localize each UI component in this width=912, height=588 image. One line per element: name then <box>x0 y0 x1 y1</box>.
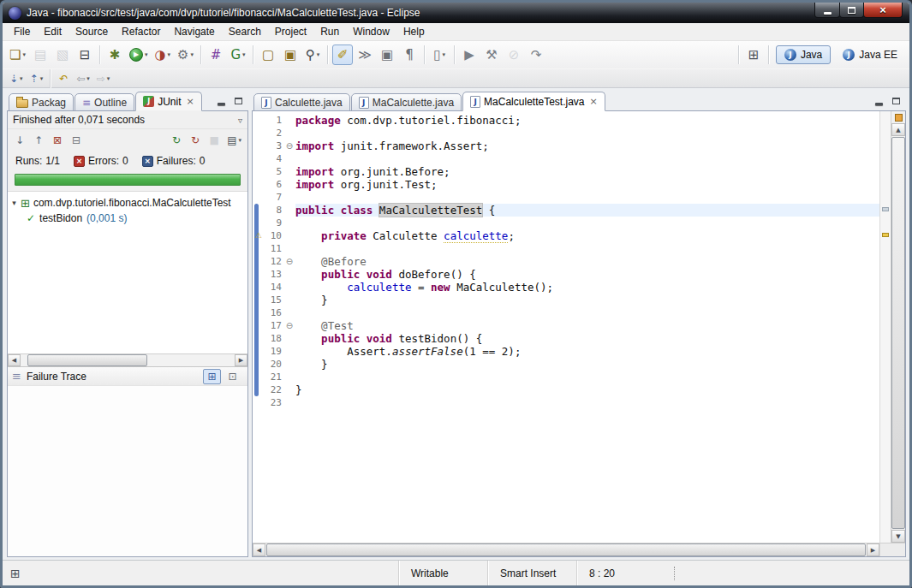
external-tools-icon[interactable]: ⚙▾ <box>175 45 196 65</box>
scroll-thumb[interactable] <box>891 137 905 529</box>
code-line[interactable]: 8public class MaCalculetteTest { <box>253 204 879 217</box>
maximize-window-button[interactable] <box>839 3 864 18</box>
menu-project[interactable]: Project <box>268 24 313 39</box>
code-line[interactable]: 19 Assert.assertFalse(1 == 2); <box>253 345 879 358</box>
code-line[interactable]: 18 public void testBidon() { <box>253 332 879 345</box>
minimize-view-button[interactable] <box>214 94 229 107</box>
scroll-track[interactable] <box>21 354 235 366</box>
code-line[interactable]: 9 <box>253 217 879 229</box>
minimize-window-button[interactable] <box>814 3 840 18</box>
title-bar[interactable]: Java - fibonacci/src/test/java/com/dvp/t… <box>3 3 909 23</box>
code-line[interactable]: 17⊖ @Test <box>253 319 879 332</box>
maximize-view-button[interactable] <box>231 94 246 107</box>
occurrence-overview-marker-icon[interactable] <box>882 207 889 211</box>
next-failed-test-icon[interactable]: ↓ <box>11 132 28 148</box>
perspective-java-button[interactable]: JJava <box>776 45 831 64</box>
maximize-editor-button[interactable] <box>889 94 903 107</box>
editor-tab-calculette-java[interactable]: JCalculette.java <box>253 93 350 111</box>
resume-icon[interactable]: ▶ <box>459 45 480 65</box>
scroll-lock-icon[interactable]: ⊟ <box>68 132 85 148</box>
debug-icon[interactable]: ✱ <box>104 45 125 65</box>
overview-header[interactable] <box>891 111 905 123</box>
code-line[interactable]: 11 <box>253 242 879 255</box>
print-icon[interactable]: ⊟ <box>75 45 95 65</box>
scroll-track[interactable] <box>891 136 905 530</box>
code-line[interactable]: 12⊖ @Before <box>253 255 879 268</box>
code-line[interactable]: 3⊖import junit.framework.Assert; <box>253 140 879 152</box>
show-selected-element-icon[interactable]: ▣ <box>377 45 397 65</box>
view-tab-junit[interactable]: JJUnit× <box>135 92 202 111</box>
previous-annotation-nav-icon[interactable]: ⇡▾ <box>27 70 46 86</box>
save-all-icon[interactable]: ▧ <box>52 45 73 65</box>
new-java-project-icon[interactable]: # <box>206 45 226 65</box>
minimize-editor-button[interactable] <box>872 94 886 107</box>
code-line[interactable]: 7 <box>253 191 879 204</box>
terminate-icon[interactable]: ⊘ <box>504 45 524 65</box>
editor-vertical-scrollbar[interactable]: ▲ ▼ <box>891 111 905 543</box>
view-tab-outline[interactable]: ≡Outline <box>75 93 134 111</box>
code-line[interactable]: 6import org.junit.Test; <box>253 178 879 191</box>
failure-trace-content[interactable] <box>8 385 247 556</box>
code-line[interactable]: 21 <box>253 371 879 383</box>
scroll-track[interactable] <box>265 543 867 556</box>
tree-test-row[interactable]: ✓ testBidon (0,001 s) <box>8 211 247 226</box>
code-line[interactable]: 15 } <box>253 294 879 306</box>
fold-marker-icon[interactable]: ⊖ <box>283 255 295 268</box>
show-failures-only-icon[interactable]: ⊠ <box>49 132 66 148</box>
tree-root-row[interactable]: ▾ ⊞ com.dvp.tutoriel.fibonacci.MaCalcule… <box>8 195 247 211</box>
menu-file[interactable]: File <box>7 24 37 39</box>
scroll-right-icon[interactable]: ▶ <box>235 354 247 366</box>
code-line[interactable]: 22} <box>253 383 879 396</box>
close-tab-icon[interactable]: × <box>186 96 194 107</box>
code-area[interactable]: 1package com.dvp.tutoriel.fibonacci;23⊖i… <box>253 111 879 543</box>
scroll-down-icon[interactable]: ▼ <box>891 530 905 543</box>
view-tab-packag[interactable]: Packag <box>9 93 74 111</box>
overview-ruler[interactable] <box>879 111 891 543</box>
test-history-icon[interactable]: ▤▾ <box>224 132 244 148</box>
close-window-button[interactable]: × <box>863 3 903 18</box>
menu-refactor[interactable]: Refactor <box>115 24 167 39</box>
back-icon[interactable]: ⇦▾ <box>74 70 92 86</box>
run-icon[interactable]: ▶▾ <box>127 45 151 65</box>
code-line[interactable]: 14 calculette = new MaCalculette(); <box>253 281 879 294</box>
code-line[interactable]: 13 public void doBefore() { <box>253 268 879 281</box>
view-menu-icon[interactable]: ▿ <box>238 116 242 125</box>
coverage-icon[interactable]: ◑▾ <box>152 45 173 65</box>
editor-horizontal-scrollbar[interactable]: ◀ ▶ <box>253 543 905 556</box>
code-line[interactable]: 2 <box>253 127 879 140</box>
scroll-right-icon[interactable]: ▶ <box>867 543 879 556</box>
previous-failed-test-icon[interactable]: ↑ <box>30 132 47 148</box>
rerun-test-icon[interactable]: ↻ <box>168 132 185 148</box>
code-line[interactable]: ⚠10 private Calculette calculette; <box>253 229 879 242</box>
menu-window[interactable]: Window <box>346 24 396 39</box>
menu-search[interactable]: Search <box>222 24 268 39</box>
fold-marker-icon[interactable]: ⊖ <box>283 319 295 332</box>
menu-navigate[interactable]: Navigate <box>167 24 221 39</box>
search-icon[interactable]: ⚲▾ <box>302 45 323 65</box>
editor-tab-macalculettetest-java[interactable]: JMaCalculetteTest.java× <box>462 92 605 111</box>
new-class-icon[interactable]: G▾ <box>228 45 248 65</box>
next-annotation-nav-icon[interactable]: ⇣▾ <box>7 70 26 86</box>
compare-result-icon[interactable]: ⊡ <box>224 369 241 384</box>
menu-edit[interactable]: Edit <box>37 24 69 39</box>
menu-run[interactable]: Run <box>313 24 346 39</box>
new-wizard-icon[interactable]: ❏▾ <box>7 45 28 65</box>
rerun-failed-first-icon[interactable]: ↻ <box>187 132 204 148</box>
code-line[interactable]: 1package com.dvp.tutoriel.fibonacci; <box>253 114 879 127</box>
next-annotation-icon[interactable]: ≫ <box>355 45 375 65</box>
code-line[interactable]: 4 <box>253 152 879 165</box>
last-edit-location-icon[interactable]: ↶ <box>55 70 72 86</box>
step-return-icon[interactable]: ↷ <box>526 45 546 65</box>
show-stack-trace-console-icon[interactable]: ⊞ <box>203 369 221 384</box>
tree-expander-icon[interactable]: ▾ <box>8 199 21 207</box>
mark-occurrences-icon[interactable]: ✐ <box>332 45 353 65</box>
open-task-icon[interactable]: ▢ <box>258 45 278 65</box>
scroll-thumb[interactable] <box>27 354 147 366</box>
import-icon[interactable]: ▣ <box>280 45 301 65</box>
show-whitespace-icon[interactable]: ¶ <box>399 45 420 65</box>
stop-junit-icon[interactable]: ■ <box>206 132 223 148</box>
fold-marker-icon[interactable]: ⊖ <box>283 140 295 152</box>
menu-source[interactable]: Source <box>69 24 115 39</box>
perspective-java-ee-button[interactable]: JJava EE <box>834 45 906 64</box>
code-line[interactable]: 23 <box>253 396 879 409</box>
